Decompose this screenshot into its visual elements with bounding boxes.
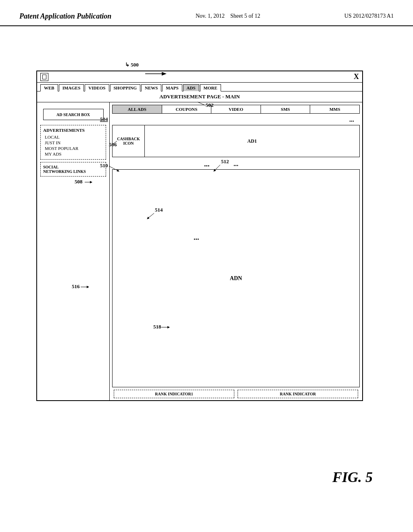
- header-date: Nov. 1, 2012: [196, 13, 225, 19]
- rank-indicator-row: RANK INDICATOR1 RANK INDICATOR: [112, 390, 360, 398]
- ad1-cell: AD1: [145, 125, 359, 157]
- browser-topbar: X: [37, 71, 362, 83]
- page-title: ADVERTISEMENT PAGE - MAIN: [37, 91, 362, 102]
- header-date-sheet: Nov. 1, 2012 Sheet 5 of 12: [196, 11, 260, 19]
- sidebar-most-popular[interactable]: MOST POPULAR: [43, 145, 103, 151]
- browser-window: X WEB IMAGES VIDEOS SHOPPING NEWS MAPS A…: [36, 71, 363, 401]
- main-content-split: AD SEARCH BOX ADVERTISEMENTS LOCAL JUST …: [37, 102, 362, 401]
- close-icon[interactable]: X: [354, 73, 359, 81]
- header-sheet: Sheet 5 of 12: [230, 13, 260, 19]
- adN-cell: ADN: [112, 169, 360, 387]
- diagram-area: ↳ 500 X WEB IMAGES VIDEOS SHOPPING NEWS …: [0, 26, 413, 502]
- nav-tabs-row: WEB IMAGES VIDEOS SHOPPING NEWS MAPS ADS…: [37, 83, 362, 91]
- ad-row-1: CASHBACK ICON AD1: [112, 125, 360, 157]
- dots-top-row: ...: [112, 116, 360, 123]
- col-video[interactable]: VIDEO: [211, 105, 261, 113]
- tab-news[interactable]: NEWS: [141, 84, 161, 91]
- cashback-icon: CASHBACK ICON: [113, 125, 145, 157]
- col-all-ads[interactable]: ALL ADS: [113, 105, 162, 113]
- advertisements-label: ADVERTISEMENTS: [43, 128, 103, 133]
- three-dots-top: ...: [114, 116, 358, 123]
- ad-columns-header: ALL ADS COUPONS VIDEO SMS MMS: [112, 105, 360, 114]
- browser-page-icon: [40, 73, 48, 81]
- col-coupons[interactable]: COUPONS: [162, 105, 212, 113]
- tab-images[interactable]: IMAGES: [59, 84, 84, 91]
- rank-indicator-N: RANK INDICATOR: [238, 390, 358, 398]
- three-dots-middle: ...: [112, 159, 360, 169]
- right-content: ALL ADS COUPONS VIDEO SMS MMS ... CASHBA…: [110, 102, 362, 401]
- tab-maps[interactable]: MAPS: [162, 84, 182, 91]
- tab-web[interactable]: WEB: [40, 84, 58, 91]
- tab-ads[interactable]: ADS: [183, 84, 199, 91]
- figure-label: FIG. 5: [332, 469, 373, 486]
- page-header: Patent Application Publication Nov. 1, 2…: [0, 0, 413, 26]
- ref-500: ↳ 500: [125, 62, 139, 68]
- social-networking-links: SOCIAL NETWORKING LINKS: [40, 162, 106, 177]
- tab-shopping[interactable]: SHOPPING: [110, 84, 140, 91]
- patent-number: US 2012/0278173 A1: [344, 11, 394, 19]
- sidebar-my-ads[interactable]: MY ADS: [43, 151, 103, 157]
- tab-more[interactable]: MORE: [200, 84, 221, 91]
- ad-search-box[interactable]: AD SEARCH BOX: [43, 109, 104, 120]
- sidebar-local[interactable]: LOCAL: [43, 134, 103, 140]
- advertisements-section: ADVERTISEMENTS LOCAL JUST IN MOST POPULA…: [40, 125, 106, 160]
- col-sms[interactable]: SMS: [261, 105, 311, 113]
- rank-indicator-1: RANK INDICATOR1: [114, 390, 234, 398]
- patent-title: Patent Application Publication: [19, 11, 111, 21]
- tab-videos[interactable]: VIDEOS: [85, 84, 109, 91]
- col-mms[interactable]: MMS: [310, 105, 359, 113]
- left-sidebar: AD SEARCH BOX ADVERTISEMENTS LOCAL JUST …: [37, 102, 110, 401]
- sidebar-just-in[interactable]: JUST IN: [43, 140, 103, 145]
